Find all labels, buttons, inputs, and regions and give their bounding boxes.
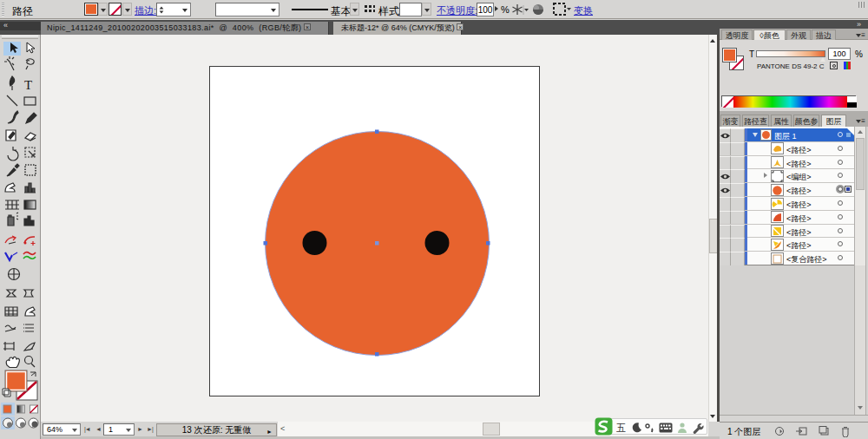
svg-text:T: T	[24, 78, 32, 92]
